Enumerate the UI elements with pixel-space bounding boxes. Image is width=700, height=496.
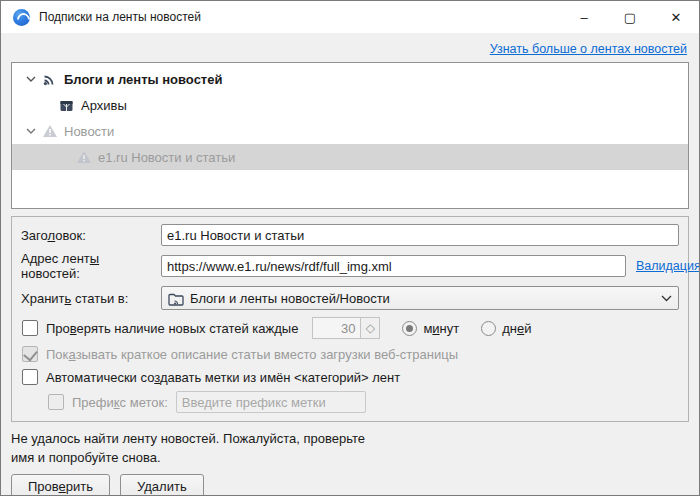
- feed-properties-group: Заголовок: Адрес ленты новостей: Валидац…: [11, 216, 689, 422]
- chevron-down-icon: [661, 295, 672, 302]
- show-summary-row: Показывать краткое описание статьи вмест…: [22, 346, 679, 362]
- delete-button[interactable]: Удалить: [120, 474, 204, 496]
- store-in-row: Хранить статьи в: Блоги и ленты новостей…: [21, 286, 679, 310]
- interval-spinner: 30 ◇: [312, 317, 380, 339]
- title-bar: Подписки на ленты новостей – ▢ ✕: [1, 1, 699, 33]
- window-title: Подписки на ленты новостей: [39, 10, 201, 24]
- learn-more-row: Узнать больше о лентах новостей: [11, 37, 689, 62]
- chevron-down-icon[interactable]: [22, 128, 39, 134]
- radio-days[interactable]: дней: [481, 321, 531, 336]
- learn-more-link[interactable]: Узнать больше о лентах новостей: [490, 42, 687, 56]
- auto-tags-row: Автоматически создавать метки из имён <к…: [22, 369, 679, 385]
- tag-prefix-input: [176, 391, 366, 413]
- chevron-down-icon[interactable]: [22, 76, 39, 82]
- title-input[interactable]: [161, 224, 679, 246]
- feed-error-icon: [75, 149, 92, 166]
- feed-url-row: Адрес ленты новостей: Валидация: [21, 251, 679, 281]
- check-every-checkbox[interactable]: [22, 320, 38, 336]
- check-every-row: Проверять наличие новых статей каждые 30…: [22, 317, 679, 339]
- title-label: Заголовок:: [21, 228, 161, 243]
- validate-link[interactable]: Валидация: [636, 259, 700, 273]
- close-button[interactable]: ✕: [653, 1, 699, 33]
- radio-days-label: дней: [502, 321, 531, 336]
- interval-value[interactable]: 30: [312, 317, 360, 339]
- auto-tags-label: Автоматически создавать метки из имён <к…: [46, 370, 400, 385]
- status-message: Не удалось найти ленту новостей. Пожалуй…: [11, 429, 689, 467]
- feed-url-input[interactable]: [161, 255, 626, 277]
- feed-url-label: Адрес ленты новостей:: [21, 251, 161, 281]
- spinner-arrows-icon[interactable]: ◇: [360, 317, 380, 339]
- archive-icon: [58, 97, 75, 114]
- tree-row-label: Архивы: [81, 98, 127, 113]
- maximize-button[interactable]: ▢: [607, 1, 653, 33]
- store-in-value: Блоги и ленты новостей/Новости: [190, 291, 661, 306]
- tag-prefix-label: Префикс меток:: [72, 395, 168, 410]
- feed-error-icon: [41, 123, 58, 140]
- store-in-dropdown[interactable]: Блоги и ленты новостей/Новости: [161, 286, 679, 310]
- radio-unselected-icon: [481, 321, 496, 336]
- folder-feed-icon: [168, 290, 184, 305]
- check-every-label: Проверять наличие новых статей каждые: [46, 321, 298, 336]
- minimize-button[interactable]: –: [561, 1, 607, 33]
- status-line-1: Не удалось найти ленту новостей. Пожалуй…: [11, 429, 689, 448]
- radio-minutes-label: минут: [423, 321, 459, 336]
- tree-row-label: Новости: [64, 124, 114, 139]
- tree-row-label: Блоги и ленты новостей: [64, 72, 222, 87]
- thunderbird-logo-icon: [13, 9, 30, 26]
- status-line-2: имя и попробуйте снова.: [11, 448, 689, 467]
- auto-tags-checkbox[interactable]: [22, 369, 38, 385]
- dialog-body: Узнать больше о лентах новостей Блоги и …: [1, 33, 699, 496]
- radio-selected-icon: [402, 321, 417, 336]
- verify-button[interactable]: Проверить: [11, 474, 110, 496]
- tree-row-archives[interactable]: Архивы: [12, 92, 688, 118]
- tree-row-news-folder[interactable]: Новости: [12, 118, 688, 144]
- tree-row-e1-feed[interactable]: e1.ru Новости и статьи: [12, 144, 688, 170]
- action-buttons: Проверить Удалить: [11, 474, 689, 496]
- title-row: Заголовок:: [21, 224, 679, 246]
- show-summary-label: Показывать краткое описание статьи вмест…: [46, 347, 458, 362]
- show-summary-checkbox: [22, 346, 38, 362]
- tree-row-root-account[interactable]: Блоги и ленты новостей: [12, 66, 688, 92]
- radio-minutes[interactable]: минут: [402, 321, 459, 336]
- rss-icon: [41, 71, 58, 88]
- feed-tree: Блоги и ленты новостей Архивы Новости: [11, 62, 689, 209]
- feed-subscriptions-dialog: Подписки на ленты новостей – ▢ ✕ Узнать …: [0, 0, 700, 496]
- store-in-label: Хранить статьи в:: [21, 291, 161, 306]
- tag-prefix-checkbox: [48, 394, 64, 410]
- tree-row-label: e1.ru Новости и статьи: [98, 150, 235, 165]
- tag-prefix-row: Префикс меток:: [48, 391, 679, 413]
- window-controls: – ▢ ✕: [561, 1, 699, 33]
